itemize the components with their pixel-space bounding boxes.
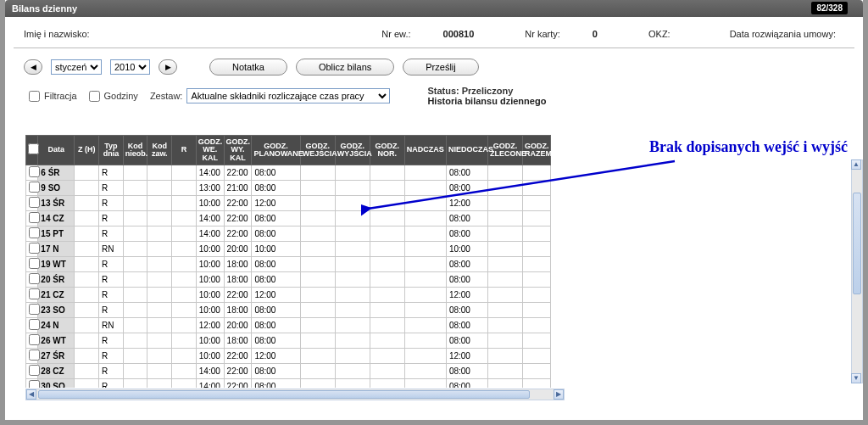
cell-typ[interactable]: R <box>99 165 124 181</box>
cell-zle[interactable] <box>488 272 523 288</box>
cell-raz[interactable] <box>523 211 551 226</box>
cell-plan[interactable]: 08:00 <box>252 303 300 318</box>
cell-wej[interactable] <box>300 181 335 196</box>
row-checkbox-cell[interactable] <box>26 379 38 388</box>
cell-zle[interactable] <box>488 196 523 211</box>
row-checkbox[interactable] <box>29 227 40 238</box>
cell-nad[interactable] <box>404 165 446 181</box>
godziny-checkbox[interactable] <box>89 91 100 102</box>
cell-data[interactable]: 13 ŚR <box>38 196 75 211</box>
header-wej[interactable]: GODZ. WEJŚCIA <box>300 136 335 165</box>
cell-nad[interactable] <box>404 181 446 196</box>
cell-r[interactable] <box>172 181 197 196</box>
cell-nor[interactable] <box>370 196 404 211</box>
cell-wej[interactable] <box>300 333 335 349</box>
cell-data[interactable]: 27 ŚR <box>38 349 75 364</box>
table-row[interactable]: 17 NRN10:0020:0010:0010:00 <box>26 242 551 257</box>
cell-kodz[interactable] <box>147 196 172 211</box>
cell-zh[interactable] <box>75 364 99 379</box>
cell-zle[interactable] <box>488 165 523 181</box>
cell-r[interactable] <box>172 196 197 211</box>
cell-nied[interactable]: 12:00 <box>446 288 487 303</box>
header-data[interactable]: Data <box>38 136 75 165</box>
row-checkbox-cell[interactable] <box>26 181 38 196</box>
cell-gwe[interactable]: 14:00 <box>196 211 224 226</box>
row-checkbox-cell[interactable] <box>26 226 38 242</box>
cell-gwy[interactable]: 21:00 <box>224 181 252 196</box>
cell-gwe[interactable]: 14:00 <box>196 364 224 379</box>
cell-gwe[interactable]: 10:00 <box>196 272 224 288</box>
cell-plan[interactable]: 08:00 <box>252 379 300 388</box>
cell-raz[interactable] <box>523 181 551 196</box>
cell-typ[interactable]: R <box>99 333 124 349</box>
table-row[interactable]: 13 ŚRR10:0022:0012:0012:00 <box>26 196 551 211</box>
cell-raz[interactable] <box>523 333 551 349</box>
year-select[interactable]: 2010 <box>110 59 150 75</box>
cell-gwy[interactable]: 20:00 <box>224 242 252 257</box>
vertical-scrollbar[interactable]: ▲ ▼ <box>851 159 863 383</box>
cell-gwy[interactable]: 18:00 <box>224 272 252 288</box>
cell-nad[interactable] <box>404 349 446 364</box>
cell-typ[interactable]: R <box>99 349 124 364</box>
header-kodn[interactable]: Kod nieob. <box>123 136 147 165</box>
cell-wej[interactable] <box>300 211 335 226</box>
row-checkbox[interactable] <box>29 288 40 299</box>
cell-kodz[interactable] <box>147 242 172 257</box>
row-checkbox[interactable] <box>29 380 40 388</box>
cell-kodz[interactable] <box>147 318 172 333</box>
row-checkbox[interactable] <box>29 273 40 284</box>
row-checkbox-cell[interactable] <box>26 318 38 333</box>
cell-r[interactable] <box>172 211 197 226</box>
cell-wyj[interactable] <box>335 257 370 272</box>
table-row[interactable]: 24 NRN12:0020:0008:0008:00 <box>26 318 551 333</box>
row-checkbox-cell[interactable] <box>26 196 38 211</box>
cell-data[interactable]: 6 ŚR <box>38 165 75 181</box>
cell-gwe[interactable]: 10:00 <box>196 288 224 303</box>
cell-gwy[interactable]: 18:00 <box>224 303 252 318</box>
cell-kodn[interactable] <box>123 349 147 364</box>
table-row[interactable]: 15 PTR14:0022:0008:0008:00 <box>26 226 551 242</box>
row-checkbox[interactable] <box>29 182 40 193</box>
cell-gwy[interactable]: 22:00 <box>224 364 252 379</box>
cell-kodn[interactable] <box>123 364 147 379</box>
cell-nied[interactable]: 10:00 <box>446 242 487 257</box>
header-zle[interactable]: GODZ. ZLECONE <box>488 136 523 165</box>
cell-data[interactable]: 17 N <box>38 242 75 257</box>
cell-zh[interactable] <box>75 181 99 196</box>
cell-kodz[interactable] <box>147 303 172 318</box>
cell-wyj[interactable] <box>335 165 370 181</box>
filtracja-checkbox[interactable] <box>29 91 40 102</box>
cell-wej[interactable] <box>300 165 335 181</box>
cell-kodn[interactable] <box>123 379 147 388</box>
cell-wyj[interactable] <box>335 364 370 379</box>
cell-plan[interactable]: 08:00 <box>252 226 300 242</box>
cell-wej[interactable] <box>300 379 335 388</box>
vertical-scroll-thumb[interactable] <box>853 193 861 294</box>
cell-raz[interactable] <box>523 196 551 211</box>
table-row[interactable]: 9 SOR13:0021:0008:0008:00 <box>26 181 551 196</box>
header-zh[interactable]: Z (H) <box>75 136 99 165</box>
cell-kodn[interactable] <box>123 333 147 349</box>
cell-zle[interactable] <box>488 318 523 333</box>
cell-plan[interactable]: 12:00 <box>252 349 300 364</box>
cell-wyj[interactable] <box>335 333 370 349</box>
cell-nad[interactable] <box>404 226 446 242</box>
cell-zh[interactable] <box>75 288 99 303</box>
header-nad[interactable]: NADCZAS <box>404 136 446 165</box>
cell-gwy[interactable]: 22:00 <box>224 288 252 303</box>
table-row[interactable]: 21 CZR10:0022:0012:0012:00 <box>26 288 551 303</box>
cell-zle[interactable] <box>488 211 523 226</box>
table-row[interactable]: 28 CZR14:0022:0008:0008:00 <box>26 364 551 379</box>
godziny-checkbox-label[interactable]: Godziny <box>89 91 138 102</box>
cell-data[interactable]: 30 SO <box>38 379 75 388</box>
cell-nied[interactable]: 08:00 <box>446 272 487 288</box>
cell-zle[interactable] <box>488 181 523 196</box>
cell-nied[interactable]: 12:00 <box>446 196 487 211</box>
cell-data[interactable]: 19 WT <box>38 257 75 272</box>
horizontal-scroll-thumb[interactable] <box>38 390 530 399</box>
cell-raz[interactable] <box>523 242 551 257</box>
cell-nor[interactable] <box>370 288 404 303</box>
cell-nied[interactable]: 08:00 <box>446 303 487 318</box>
cell-wej[interactable] <box>300 196 335 211</box>
header-kodz[interactable]: Kod zaw. <box>147 136 172 165</box>
